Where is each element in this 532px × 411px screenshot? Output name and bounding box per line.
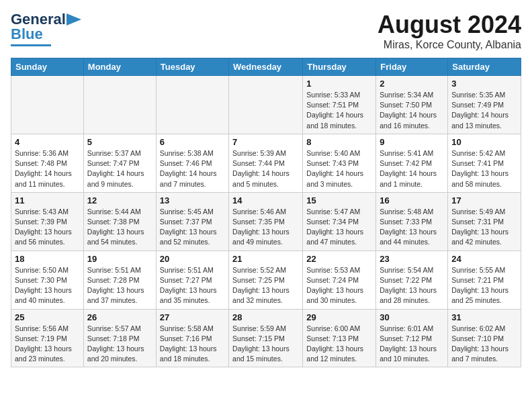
cell-week3-day5: 16Sunrise: 5:48 AMSunset: 7:33 PMDayligh… (376, 192, 448, 250)
day-detail: Sunrise: 6:01 AMSunset: 7:12 PMDaylight:… (380, 324, 444, 365)
day-number: 15 (306, 195, 372, 205)
cell-week1-day6: 3Sunrise: 5:35 AMSunset: 7:49 PMDaylight… (448, 76, 521, 134)
week-row-5: 25Sunrise: 5:56 AMSunset: 7:19 PMDayligh… (11, 309, 521, 367)
day-number: 12 (87, 195, 152, 205)
cell-week4-day5: 23Sunrise: 5:54 AMSunset: 7:22 PMDayligh… (376, 250, 448, 309)
cell-week2-day6: 10Sunrise: 5:42 AMSunset: 7:41 PMDayligh… (448, 134, 521, 192)
day-detail: Sunrise: 5:53 AMSunset: 7:24 PMDaylight:… (306, 265, 372, 306)
day-number: 31 (451, 312, 517, 322)
logo-text-blue: Blue (11, 26, 43, 43)
day-number: 14 (232, 195, 299, 205)
cell-week1-day5: 2Sunrise: 5:34 AMSunset: 7:50 PMDaylight… (376, 76, 448, 134)
day-detail: Sunrise: 5:33 AMSunset: 7:51 PMDaylight:… (306, 90, 372, 131)
day-detail: Sunrise: 5:40 AMSunset: 7:43 PMDaylight:… (306, 148, 372, 189)
cell-week1-day0 (11, 76, 84, 134)
cell-week3-day2: 13Sunrise: 5:45 AMSunset: 7:37 PMDayligh… (156, 192, 228, 250)
day-number: 3 (451, 79, 517, 89)
cell-week4-day3: 21Sunrise: 5:52 AMSunset: 7:25 PMDayligh… (229, 250, 303, 309)
cell-week2-day5: 9Sunrise: 5:41 AMSunset: 7:42 PMDaylight… (376, 134, 448, 192)
day-detail: Sunrise: 5:56 AMSunset: 7:19 PMDaylight:… (15, 324, 80, 365)
day-detail: Sunrise: 5:51 AMSunset: 7:27 PMDaylight:… (160, 265, 225, 306)
day-number: 4 (15, 137, 80, 147)
day-detail: Sunrise: 5:42 AMSunset: 7:41 PMDaylight:… (451, 148, 517, 189)
day-detail: Sunrise: 5:43 AMSunset: 7:39 PMDaylight:… (15, 207, 80, 248)
day-number: 20 (160, 254, 225, 264)
cell-week1-day3 (229, 76, 303, 134)
day-detail: Sunrise: 5:34 AMSunset: 7:50 PMDaylight:… (380, 90, 444, 131)
day-detail: Sunrise: 5:39 AMSunset: 7:44 PMDaylight:… (232, 148, 299, 189)
day-number: 23 (380, 254, 444, 264)
day-detail: Sunrise: 5:38 AMSunset: 7:46 PMDaylight:… (160, 148, 225, 189)
cell-week2-day4: 8Sunrise: 5:40 AMSunset: 7:43 PMDaylight… (303, 134, 376, 192)
day-number: 21 (232, 254, 299, 264)
header-friday: Friday (376, 58, 448, 76)
cell-week2-day1: 5Sunrise: 5:37 AMSunset: 7:47 PMDaylight… (83, 134, 156, 192)
cell-week5-day2: 27Sunrise: 5:58 AMSunset: 7:16 PMDayligh… (156, 309, 228, 367)
cell-week4-day2: 20Sunrise: 5:51 AMSunset: 7:27 PMDayligh… (156, 250, 228, 309)
day-number: 27 (160, 312, 225, 322)
calendar-table: Sunday Monday Tuesday Wednesday Thursday… (11, 58, 521, 367)
header-monday: Monday (83, 58, 156, 76)
day-number: 5 (87, 137, 152, 147)
week-row-4: 18Sunrise: 5:50 AMSunset: 7:30 PMDayligh… (11, 250, 521, 309)
cell-week5-day1: 26Sunrise: 5:57 AMSunset: 7:18 PMDayligh… (83, 309, 156, 367)
day-detail: Sunrise: 5:57 AMSunset: 7:18 PMDaylight:… (87, 324, 152, 365)
logo-underline (11, 44, 51, 46)
day-detail: Sunrise: 5:58 AMSunset: 7:16 PMDaylight:… (160, 324, 225, 365)
day-number: 8 (306, 137, 372, 147)
day-number: 17 (451, 195, 517, 205)
header-wednesday: Wednesday (229, 58, 303, 76)
day-detail: Sunrise: 6:00 AMSunset: 7:13 PMDaylight:… (306, 324, 372, 365)
cell-week3-day0: 11Sunrise: 5:43 AMSunset: 7:39 PMDayligh… (11, 192, 84, 250)
day-number: 7 (232, 137, 299, 147)
weekday-header-row: Sunday Monday Tuesday Wednesday Thursday… (11, 58, 521, 76)
cell-week2-day0: 4Sunrise: 5:36 AMSunset: 7:48 PMDaylight… (11, 134, 84, 192)
day-number: 18 (15, 254, 80, 264)
cell-week5-day3: 28Sunrise: 5:59 AMSunset: 7:15 PMDayligh… (229, 309, 303, 367)
cell-week3-day3: 14Sunrise: 5:46 AMSunset: 7:35 PMDayligh… (229, 192, 303, 250)
cell-week1-day1 (83, 76, 156, 134)
day-number: 13 (160, 195, 225, 205)
week-row-3: 11Sunrise: 5:43 AMSunset: 7:39 PMDayligh… (11, 192, 521, 250)
header-tuesday: Tuesday (156, 58, 228, 76)
day-detail: Sunrise: 6:02 AMSunset: 7:10 PMDaylight:… (451, 324, 517, 365)
day-number: 24 (451, 254, 517, 264)
cell-week2-day2: 6Sunrise: 5:38 AMSunset: 7:46 PMDaylight… (156, 134, 228, 192)
cell-week3-day6: 17Sunrise: 5:49 AMSunset: 7:31 PMDayligh… (448, 192, 521, 250)
cell-week4-day6: 24Sunrise: 5:55 AMSunset: 7:21 PMDayligh… (448, 250, 521, 309)
day-detail: Sunrise: 5:54 AMSunset: 7:22 PMDaylight:… (380, 265, 444, 306)
cell-week2-day3: 7Sunrise: 5:39 AMSunset: 7:44 PMDaylight… (229, 134, 303, 192)
day-detail: Sunrise: 5:52 AMSunset: 7:25 PMDaylight:… (232, 265, 299, 306)
cell-week1-day4: 1Sunrise: 5:33 AMSunset: 7:51 PMDaylight… (303, 76, 376, 134)
week-row-1: 1Sunrise: 5:33 AMSunset: 7:51 PMDaylight… (11, 76, 521, 134)
cell-week5-day6: 31Sunrise: 6:02 AMSunset: 7:10 PMDayligh… (448, 309, 521, 367)
header-sunday: Sunday (11, 58, 84, 76)
cell-week5-day4: 29Sunrise: 6:00 AMSunset: 7:13 PMDayligh… (303, 309, 376, 367)
logo-arrow-icon (66, 13, 81, 26)
day-detail: Sunrise: 5:41 AMSunset: 7:42 PMDaylight:… (380, 148, 444, 189)
day-number: 1 (306, 79, 372, 89)
day-detail: Sunrise: 5:37 AMSunset: 7:47 PMDaylight:… (87, 148, 152, 189)
day-number: 28 (232, 312, 299, 322)
cell-week3-day1: 12Sunrise: 5:44 AMSunset: 7:38 PMDayligh… (83, 192, 156, 250)
day-detail: Sunrise: 5:59 AMSunset: 7:15 PMDaylight:… (232, 324, 299, 365)
day-detail: Sunrise: 5:35 AMSunset: 7:49 PMDaylight:… (451, 90, 517, 131)
day-number: 11 (15, 195, 80, 205)
day-detail: Sunrise: 5:44 AMSunset: 7:38 PMDaylight:… (87, 207, 152, 248)
day-number: 16 (380, 195, 444, 205)
calendar-title: August 2024 (378, 11, 521, 39)
day-detail: Sunrise: 5:48 AMSunset: 7:33 PMDaylight:… (380, 207, 444, 248)
cell-week1-day2 (156, 76, 228, 134)
day-number: 25 (15, 312, 80, 322)
day-number: 19 (87, 254, 152, 264)
day-detail: Sunrise: 5:46 AMSunset: 7:35 PMDaylight:… (232, 207, 299, 248)
header-saturday: Saturday (448, 58, 521, 76)
cell-week3-day4: 15Sunrise: 5:47 AMSunset: 7:34 PMDayligh… (303, 192, 376, 250)
day-number: 26 (87, 312, 152, 322)
title-block: August 2024 Miras, Korce County, Albania (378, 11, 521, 51)
cell-week5-day0: 25Sunrise: 5:56 AMSunset: 7:19 PMDayligh… (11, 309, 84, 367)
day-detail: Sunrise: 5:45 AMSunset: 7:37 PMDaylight:… (160, 207, 225, 248)
day-number: 6 (160, 137, 225, 147)
day-number: 22 (306, 254, 372, 264)
day-detail: Sunrise: 5:49 AMSunset: 7:31 PMDaylight:… (451, 207, 517, 248)
